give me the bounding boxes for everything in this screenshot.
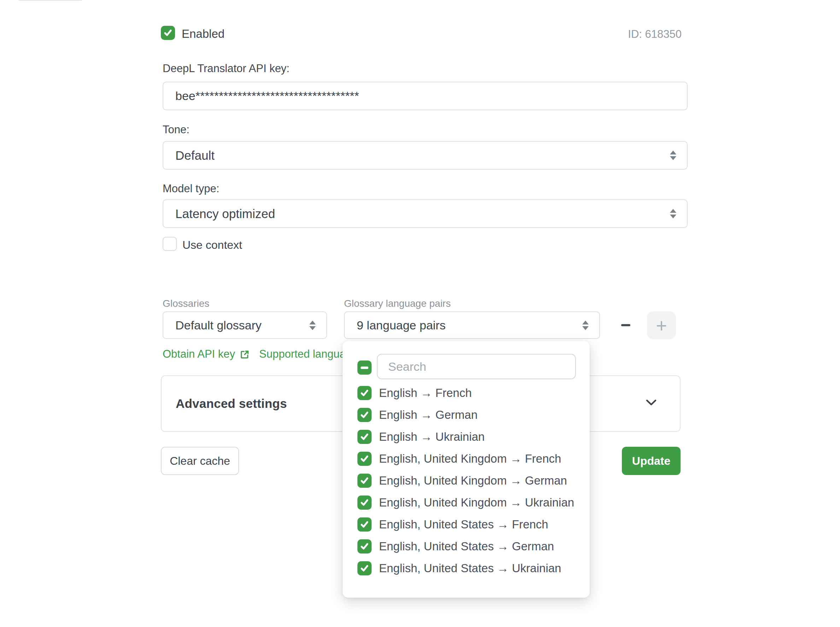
language-pair-label: English, United States → French	[379, 518, 548, 531]
integration-id: ID: 618350	[559, 28, 682, 41]
language-pair-label: English → French	[379, 386, 471, 400]
chevron-down-icon	[646, 399, 657, 406]
language-pair-option[interactable]: English → French	[358, 382, 583, 404]
checked-checkbox[interactable]	[358, 539, 372, 553]
language-pair-list: English → French English → German Englis…	[358, 382, 583, 579]
language-pair-label: English → Ukrainian	[379, 430, 485, 444]
settings-page: Enabled ID: 618350 DeepL Translator API …	[0, 0, 840, 627]
cutoff-element	[17, 0, 84, 1]
select-arrows-icon	[670, 151, 676, 160]
api-key-field-box	[162, 82, 688, 110]
model-type-label: Model type:	[162, 183, 219, 195]
language-pair-option[interactable]: English, United Kingdom → German	[358, 470, 583, 492]
obtain-api-key-link[interactable]: Obtain API key	[162, 348, 235, 361]
remove-glossary-button[interactable]	[616, 315, 636, 335]
api-key-label: DeepL Translator API key:	[162, 62, 290, 75]
tone-value: Default	[175, 148, 214, 162]
language-pair-label: English, United States → Ukrainian	[379, 562, 561, 575]
checked-checkbox[interactable]	[358, 408, 372, 422]
check-icon	[359, 541, 370, 552]
indeterminate-icon	[361, 367, 369, 369]
check-icon	[359, 519, 370, 530]
model-type-value: Latency optimized	[175, 207, 275, 221]
check-icon	[359, 432, 370, 442]
glossaries-label: Glossaries	[162, 298, 209, 309]
checked-checkbox[interactable]	[358, 561, 372, 575]
language-pair-option[interactable]: English → German	[358, 404, 583, 426]
use-context-label: Use context	[183, 239, 242, 252]
update-button[interactable]: Update	[622, 447, 681, 475]
check-icon	[359, 563, 370, 573]
language-pairs-dropdown: English → French English → German Englis…	[343, 341, 590, 598]
use-context-checkbox[interactable]	[162, 237, 177, 251]
checked-checkbox[interactable]	[358, 517, 372, 532]
check-icon	[359, 410, 370, 420]
search-box	[377, 354, 576, 379]
advanced-settings-title: Advanced settings	[176, 397, 287, 411]
tone-label: Tone:	[162, 123, 189, 136]
select-arrows-icon	[309, 321, 316, 330]
glossary-select[interactable]: Default glossary	[162, 311, 327, 339]
enabled-checkbox[interactable]	[161, 26, 175, 40]
minus-icon	[621, 324, 630, 326]
checked-checkbox[interactable]	[358, 496, 372, 510]
select-all-checkbox[interactable]	[358, 361, 372, 375]
language-pairs-value: 9 language pairs	[357, 318, 446, 332]
tone-select[interactable]: Default	[162, 141, 688, 170]
check-icon	[359, 497, 370, 508]
select-arrows-icon	[670, 209, 676, 218]
links-row: Obtain API key Supported languages	[162, 347, 363, 361]
language-pair-label: English, United Kingdom → Ukrainian	[379, 496, 574, 509]
checked-checkbox[interactable]	[358, 452, 372, 466]
checked-checkbox[interactable]	[358, 474, 372, 488]
language-pair-label: English, United Kingdom → German	[379, 474, 567, 487]
language-pair-option[interactable]: English, United States → Ukrainian	[358, 558, 583, 579]
external-link-icon	[240, 349, 250, 360]
api-key-input[interactable]	[163, 82, 687, 110]
search-input[interactable]	[378, 354, 575, 378]
language-pair-label: English → German	[379, 408, 478, 422]
language-pair-option[interactable]: English, United Kingdom → French	[358, 448, 583, 470]
enabled-label: Enabled	[182, 27, 224, 41]
language-pair-option[interactable]: English → Ukrainian	[358, 426, 583, 448]
add-glossary-button[interactable]: +	[647, 311, 676, 339]
glossary-value: Default glossary	[175, 318, 262, 332]
select-arrows-icon	[582, 321, 589, 330]
check-icon	[162, 28, 173, 38]
check-icon	[359, 476, 370, 486]
language-pair-label: English, United Kingdom → French	[379, 452, 561, 465]
check-icon	[359, 388, 370, 398]
language-pair-label: English, United States → German	[379, 540, 554, 553]
language-pairs-select[interactable]: 9 language pairs	[344, 311, 600, 339]
clear-cache-button[interactable]: Clear cache	[161, 447, 239, 475]
language-pair-option[interactable]: English, United Kingdom → Ukrainian	[358, 492, 583, 514]
language-pairs-label: Glossary language pairs	[344, 298, 451, 309]
language-pair-option[interactable]: English, United States → German	[358, 536, 583, 558]
language-pair-option[interactable]: English, United States → French	[358, 514, 583, 536]
check-icon	[359, 454, 370, 464]
checked-checkbox[interactable]	[358, 386, 372, 400]
model-type-select[interactable]: Latency optimized	[162, 199, 688, 228]
checked-checkbox[interactable]	[358, 430, 372, 444]
